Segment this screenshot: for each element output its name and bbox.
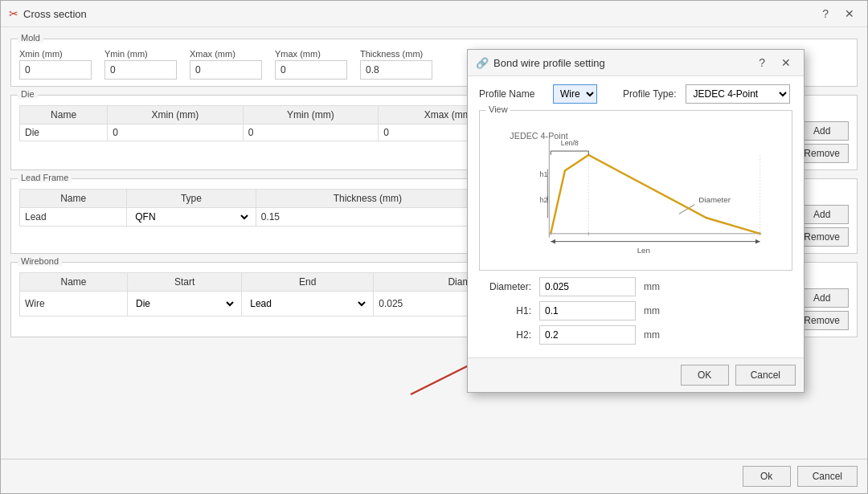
profile-type-select[interactable]: JEDEC 4-Point xyxy=(686,84,790,104)
wire-diagram: JEDEC 4-Point Len Len/8 h1 h2 xyxy=(486,117,785,263)
svg-text:h1: h1 xyxy=(540,170,548,178)
lf-col-thickness: Thickness (mm) xyxy=(256,190,479,208)
wb-col-end: End xyxy=(242,273,374,292)
profile-name-row: Profile Name Wire Profile Type: JEDEC 4-… xyxy=(479,84,792,104)
mold-ymax-input[interactable] xyxy=(275,60,347,80)
view-area: View JEDEC 4-Point Len Len/8 h1 xyxy=(479,110,792,271)
lead-frame-label: Lead Frame xyxy=(18,173,72,182)
die-row-xmin[interactable]: 0 xyxy=(108,125,244,141)
die-section-label: Die xyxy=(18,89,38,99)
h2-row: H2: mm xyxy=(479,325,792,345)
lf-type-select[interactable]: QFN xyxy=(132,210,250,223)
bottom-bar: Ok Cancel xyxy=(1,459,867,493)
lf-row-thickness[interactable]: 0.15 xyxy=(256,208,479,227)
profile-name-label: Profile Name xyxy=(479,88,543,100)
view-area-label: View xyxy=(486,104,510,114)
lf-col-name: Name xyxy=(20,190,127,208)
close-button[interactable]: ✕ xyxy=(840,6,859,22)
dialog-close-button[interactable]: ✕ xyxy=(776,55,796,71)
lf-row-type: QFN xyxy=(127,208,256,227)
dialog-cancel-button[interactable]: Cancel xyxy=(735,365,796,386)
ok-button[interactable]: Ok xyxy=(743,466,791,487)
mold-ymin-input[interactable] xyxy=(104,60,177,80)
dialog-ok-button[interactable]: OK xyxy=(681,365,729,386)
mold-xmax-label: Xmax (mm) xyxy=(190,49,262,59)
mold-thickness-label: Thickness (mm) xyxy=(360,49,432,59)
wb-start-select[interactable]: Die xyxy=(133,297,236,310)
h1-input[interactable] xyxy=(539,301,636,320)
mold-section-label: Mold xyxy=(18,33,43,43)
wb-row-start: Die xyxy=(128,292,242,316)
dialog-title-left: 🔗 Bond wire profile setting xyxy=(476,57,605,69)
h1-row: H1: mm xyxy=(479,301,792,320)
mold-xmin-label: Xmin (mm) xyxy=(19,49,92,59)
profile-name-select[interactable]: Wire xyxy=(553,84,597,104)
mold-thickness-group: Thickness (mm) xyxy=(360,49,432,80)
svg-text:h2: h2 xyxy=(540,196,548,204)
die-col-name: Name xyxy=(20,106,108,125)
diameter-row: Diameter: mm xyxy=(479,277,792,296)
svg-text:Len/8: Len/8 xyxy=(561,139,579,147)
jedec-label: JEDEC 4-Point xyxy=(510,131,567,141)
wb-row-end: Lead xyxy=(242,292,374,316)
main-window: ✂ Cross section ? ✕ Mold Xmin (mm) Ymin … xyxy=(0,0,868,494)
lf-row-name: Lead xyxy=(20,208,127,227)
title-bar-right: ? ✕ xyxy=(817,6,859,22)
mold-ymin-label: Ymin (mm) xyxy=(104,49,177,59)
dialog-help-button[interactable]: ? xyxy=(754,55,770,71)
wb-end-select[interactable]: Lead xyxy=(247,297,368,310)
die-col-xmin: Xmin (mm) xyxy=(108,106,244,125)
die-row-name: Die xyxy=(20,125,108,141)
h2-unit: mm xyxy=(644,329,660,341)
diameter-input[interactable] xyxy=(539,277,636,296)
mold-ymax-group: Ymax (mm) xyxy=(275,49,347,80)
bond-wire-dialog: 🔗 Bond wire profile setting ? ✕ Profile … xyxy=(467,49,805,393)
svg-text:Len: Len xyxy=(637,246,650,255)
h1-unit: mm xyxy=(644,305,660,316)
dialog-icon: 🔗 xyxy=(476,57,489,69)
lf-col-type: Type xyxy=(127,190,256,208)
dialog-bottom-bar: OK Cancel xyxy=(468,357,804,392)
mold-xmin-group: Xmin (mm) xyxy=(19,49,92,80)
wb-col-name: Name xyxy=(20,273,128,292)
mold-ymax-label: Ymax (mm) xyxy=(275,49,347,59)
dialog-title-right: ? ✕ xyxy=(754,55,796,71)
h1-label: H1: xyxy=(479,305,531,316)
cancel-button[interactable]: Cancel xyxy=(797,466,858,487)
mold-ymin-group: Ymin (mm) xyxy=(104,49,177,80)
profile-type-label: Profile Type: xyxy=(623,88,676,100)
wirebond-section-label: Wirebond xyxy=(18,256,62,266)
mold-xmax-group: Xmax (mm) xyxy=(190,49,262,80)
dialog-title-bar: 🔗 Bond wire profile setting ? ✕ xyxy=(468,50,804,76)
h2-label: H2: xyxy=(479,329,531,341)
dialog-content: Profile Name Wire Profile Type: JEDEC 4-… xyxy=(468,76,804,357)
svg-text:Diameter: Diameter xyxy=(698,195,731,204)
wb-row-name: Wire xyxy=(20,292,128,316)
mold-thickness-input[interactable] xyxy=(360,60,432,80)
wb-col-start: Start xyxy=(128,273,242,292)
mold-xmax-input[interactable] xyxy=(190,60,262,80)
diameter-label: Diameter: xyxy=(479,281,531,292)
title-bar-left: ✂ Cross section xyxy=(9,7,87,20)
dialog-title-text: Bond wire profile setting xyxy=(493,57,605,69)
diameter-unit: mm xyxy=(644,281,660,292)
h2-input[interactable] xyxy=(539,325,636,345)
help-button[interactable]: ? xyxy=(817,6,833,22)
app-icon: ✂ xyxy=(9,7,18,20)
window-title: Cross section xyxy=(23,8,87,20)
title-bar: ✂ Cross section ? ✕ xyxy=(1,1,867,27)
mold-xmin-input[interactable] xyxy=(19,60,92,80)
die-row-ymin[interactable]: 0 xyxy=(243,125,379,141)
die-col-ymin: Ymin (mm) xyxy=(243,106,379,125)
